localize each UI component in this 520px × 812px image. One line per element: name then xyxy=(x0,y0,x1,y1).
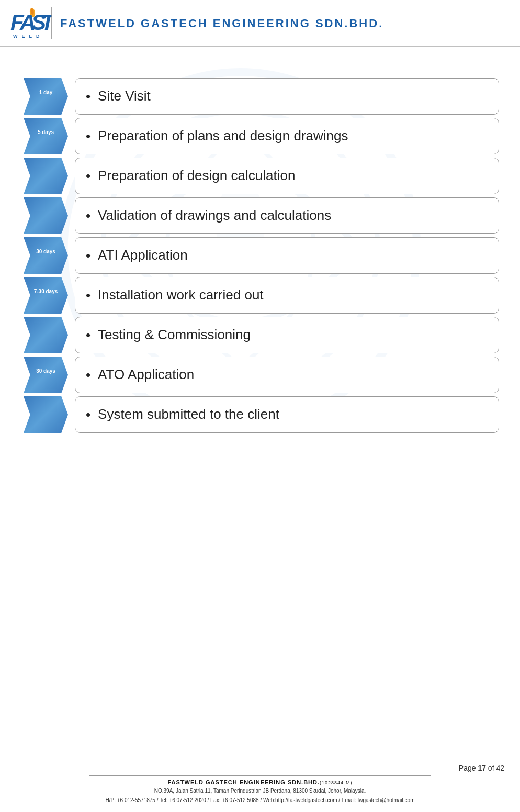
step-box-2: • Preparation of plans and design drawin… xyxy=(75,118,499,154)
page-footer: Page 17 of 42 FASTWELD GASTECH ENGINEERI… xyxy=(0,759,520,813)
step-text-2: Preparation of plans and design drawings xyxy=(98,127,348,145)
step-text-8: ATO Application xyxy=(98,366,194,384)
chevron-3 xyxy=(21,158,71,194)
current-page: 17 xyxy=(478,764,486,772)
chevron-5: 30 days xyxy=(21,237,71,274)
bullet-7: • xyxy=(86,327,91,343)
step-row-1: 1 day • Site Visit xyxy=(21,78,499,115)
chevron-shape-5: 30 days xyxy=(24,237,68,274)
bullet-9: • xyxy=(86,407,91,423)
step-box-7: • Testing & Commissioning xyxy=(75,317,499,353)
footer-reg-number: (1028844-M) xyxy=(320,780,353,785)
step-row-9: • System submitted to the client xyxy=(21,396,499,433)
total-pages: 42 xyxy=(496,764,504,772)
step-row-3: • Preparation of design calculation xyxy=(21,158,499,194)
logo-icon: F A S T WELD xyxy=(10,6,52,40)
step-label-6: 7-30 days xyxy=(34,288,58,295)
step-box-8: • ATO Application xyxy=(75,357,499,393)
chevron-9 xyxy=(21,396,71,433)
chevron-shape-4 xyxy=(24,197,68,234)
bullet-4: • xyxy=(86,208,91,224)
bullet-8: • xyxy=(86,367,91,383)
step-text-3: Preparation of design calculation xyxy=(98,167,295,185)
footer-divider xyxy=(89,775,431,776)
chevron-8: 30 days xyxy=(21,357,71,393)
company-name-header: FASTWELD GASTECH ENGINEERING SDN.BHD. xyxy=(60,17,383,30)
step-row-5: 30 days • ATI Application xyxy=(21,237,499,274)
step-row-6: 7-30 days • Installation work carried ou… xyxy=(21,277,499,314)
step-text-6: Installation work carried out xyxy=(98,286,263,304)
step-label-5: 30 days xyxy=(36,249,55,255)
chevron-shape-9 xyxy=(24,396,68,433)
step-box-6: • Installation work carried out xyxy=(75,277,499,314)
bullet-6: • xyxy=(86,287,91,304)
chevron-shape-7 xyxy=(24,317,68,353)
step-label-1: 1 day xyxy=(39,90,53,96)
steps-container: 1 day • Site Visit 5 days • Preparation … xyxy=(21,78,499,436)
step-box-9: • System submitted to the client xyxy=(75,396,499,433)
svg-text:WELD: WELD xyxy=(13,34,44,39)
chevron-shape-1: 1 day xyxy=(24,78,68,115)
bullet-5: • xyxy=(86,248,91,264)
chevron-shape-3 xyxy=(24,158,68,194)
chevron-6: 7-30 days xyxy=(21,277,71,314)
step-text-7: Testing & Commissioning xyxy=(98,326,251,344)
chevron-shape-8: 30 days xyxy=(24,357,68,393)
step-box-3: • Preparation of design calculation xyxy=(75,158,499,194)
step-box-5: • ATI Application xyxy=(75,237,499,274)
chevron-shape-6: 7-30 days xyxy=(24,277,68,314)
chevron-shape-2: 5 days xyxy=(24,118,68,154)
footer-address-line2: H/P: +6 012-5571875 / Tel: +6 07-512 202… xyxy=(16,796,504,804)
footer-company-name: FASTWELD GASTECH ENGINEERING SDN.BHD.(10… xyxy=(16,779,504,785)
bullet-1: • xyxy=(86,88,91,105)
step-label-2: 5 days xyxy=(38,129,54,136)
bullet-2: • xyxy=(86,128,91,144)
step-text-5: ATI Application xyxy=(98,247,188,264)
page-header: F A S T WELD FASTWELD GASTECH ENGINEERIN… xyxy=(0,0,520,47)
chevron-7 xyxy=(21,317,71,353)
step-row-7: • Testing & Commissioning xyxy=(21,317,499,353)
step-label-8: 30 days xyxy=(36,368,55,374)
step-box-4: • Validation of drawings and calculation… xyxy=(75,197,499,234)
step-text-1: Site Visit xyxy=(98,87,151,105)
chevron-2: 5 days xyxy=(21,118,71,154)
logo-container: F A S T WELD FASTWELD GASTECH ENGINEERIN… xyxy=(10,6,383,40)
chevron-1: 1 day xyxy=(21,78,71,115)
bullet-3: • xyxy=(86,168,91,184)
step-row-8: 30 days • ATO Application xyxy=(21,357,499,393)
step-box-1: • Site Visit xyxy=(75,78,499,115)
chevron-4 xyxy=(21,197,71,234)
step-row-4: • Validation of drawings and calculation… xyxy=(21,197,499,234)
page-number: Page 17 of 42 xyxy=(16,764,504,772)
step-text-9: System submitted to the client xyxy=(98,406,279,424)
svg-text:T: T xyxy=(41,10,52,35)
footer-address-line1: NO.39A, Jalan Satria 11, Taman Perindust… xyxy=(16,787,504,795)
step-text-4: Validation of drawings and calculations xyxy=(98,207,331,225)
step-row-2: 5 days • Preparation of plans and design… xyxy=(21,118,499,154)
main-content: 1 day • Site Visit 5 days • Preparation … xyxy=(0,47,520,447)
